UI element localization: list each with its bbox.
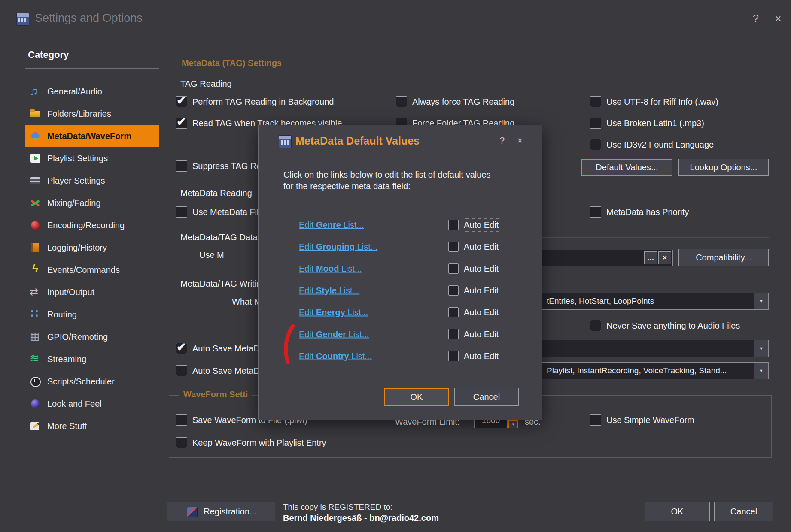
sidebar-item[interactable]: Events/Commands <box>25 259 159 281</box>
checkbox-label[interactable]: Auto Save MetaD <box>192 366 260 376</box>
edit-list-link[interactable]: Edit Energy List... <box>299 307 368 317</box>
checkbox[interactable] <box>176 365 187 376</box>
sidebar-item[interactable]: Routing <box>25 303 159 326</box>
auto-save-1-dropdown[interactable] <box>510 340 769 357</box>
sidebar-item[interactable]: Player Settings <box>25 169 159 192</box>
dialog-help-button[interactable]: ? <box>496 135 508 146</box>
dialog-cancel-button[interactable]: Cancel <box>454 388 519 406</box>
auto-save-2-checkbox-row[interactable]: Auto Save MetaD <box>176 360 260 381</box>
never-save-checkbox-row[interactable]: Never Save anything to Audio Files <box>590 315 740 336</box>
checkbox[interactable] <box>176 437 187 448</box>
checkbox-label[interactable]: Perform TAG Reading in Background <box>192 97 334 107</box>
auto-edit-checkbox[interactable] <box>448 263 459 274</box>
checkbox[interactable] <box>590 320 601 331</box>
edit-list-link[interactable]: Edit Gender List... <box>299 329 369 339</box>
metadata-priority-checkbox-row[interactable]: MetaData has Priority <box>590 201 689 223</box>
checkbox-row[interactable]: Use Broken Latin1 (.mp3) <box>590 112 718 134</box>
edit-list-link[interactable]: Edit Country List... <box>299 351 372 361</box>
spin-down-icon[interactable] <box>508 420 518 428</box>
auto-edit-checkbox[interactable] <box>448 285 459 296</box>
checkbox-label[interactable]: Use Simple WaveForm <box>606 415 694 425</box>
edit-list-link[interactable]: Edit Genre List... <box>299 220 364 230</box>
sidebar-item[interactable]: MetaData/WaveForm <box>25 125 159 147</box>
sidebar-item[interactable]: Playlist Settings <box>25 147 159 169</box>
browse-button[interactable]: … <box>644 251 657 264</box>
checkbox[interactable] <box>176 96 187 107</box>
auto-edit-checkbox[interactable] <box>448 307 459 317</box>
sidebar-item[interactable]: Logging/History <box>25 236 159 259</box>
sidebar-item[interactable]: Folders/Libraries <box>25 103 159 125</box>
use-metadata-file-checkbox-row[interactable]: Use MetaData Fil <box>176 201 259 223</box>
chevron-down-icon[interactable] <box>754 293 768 309</box>
lookup-options-button[interactable]: Lookup Options... <box>678 159 769 176</box>
checkbox[interactable] <box>590 414 601 426</box>
suppress-tag-checkbox-row[interactable]: Suppress TAG Re <box>176 155 261 177</box>
auto-edit-label[interactable]: Auto Edit <box>464 242 499 251</box>
keep-waveform-checkbox-row[interactable]: Keep WaveForm with Playlist Entry <box>176 432 326 453</box>
dialog-titlebar[interactable]: MetaData Default Values ? × <box>259 125 542 156</box>
checkbox-row[interactable]: Perform TAG Reading in Background <box>176 91 342 112</box>
auto-edit-label[interactable]: Auto Edit <box>464 285 499 295</box>
checkbox-label[interactable]: MetaData has Priority <box>606 207 689 217</box>
edit-list-link[interactable]: Edit Style List... <box>299 285 359 295</box>
sidebar-item[interactable]: Input/Output <box>25 281 159 303</box>
dialog-close-button[interactable]: × <box>514 135 526 146</box>
checkbox-label[interactable]: Use Broken Latin1 (.mp3) <box>606 118 704 128</box>
auto-edit-label[interactable]: Auto Edit <box>464 220 499 230</box>
checkbox-label[interactable]: Use UTF-8 for Riff Info (.wav) <box>606 97 718 107</box>
auto-edit-checkbox[interactable] <box>448 351 459 361</box>
auto-edit-label[interactable]: Auto Edit <box>464 351 499 361</box>
checkbox[interactable] <box>590 118 601 129</box>
close-button[interactable]: × <box>771 12 785 25</box>
sidebar-item[interactable]: Look and Feel <box>25 393 159 415</box>
checkbox[interactable] <box>176 343 187 354</box>
edit-list-link[interactable]: Edit Mood List... <box>299 263 362 273</box>
checkbox[interactable] <box>590 96 601 107</box>
checkbox[interactable] <box>176 160 187 172</box>
edit-list-link[interactable]: Edit Grouping List... <box>299 242 377 251</box>
checkbox[interactable] <box>176 414 187 426</box>
simple-waveform-checkbox-row[interactable]: Use Simple WaveForm <box>590 409 694 431</box>
write-fields-dropdown[interactable]: tEntries, HotStart, LoopPoints <box>510 293 769 310</box>
checkbox[interactable] <box>176 206 187 218</box>
checkbox[interactable] <box>590 139 601 150</box>
sidebar-item[interactable]: Streaming <box>25 348 159 370</box>
sidebar-item[interactable]: More Stuff <box>25 415 159 437</box>
checkbox-label[interactable]: Auto Save MetaD <box>192 344 260 354</box>
sidebar-item[interactable]: GPIO/Remoting <box>25 326 159 348</box>
auto-edit-checkbox[interactable] <box>448 242 459 252</box>
cancel-button[interactable]: Cancel <box>714 502 773 521</box>
auto-edit-checkbox[interactable] <box>448 329 459 339</box>
checkbox-row[interactable]: Always force TAG Reading <box>396 91 514 112</box>
checkbox-label[interactable]: Keep WaveForm with Playlist Entry <box>192 438 326 448</box>
chevron-down-icon[interactable] <box>754 363 768 379</box>
sidebar-item[interactable]: Scripts/Scheduler <box>25 370 159 393</box>
checkbox-label[interactable]: Suppress TAG Re <box>192 161 261 171</box>
checkbox-label[interactable]: Always force TAG Reading <box>412 97 514 107</box>
help-button[interactable]: ? <box>748 12 763 25</box>
auto-edit-label[interactable]: Auto Edit <box>464 263 499 273</box>
ok-button[interactable]: OK <box>645 502 710 521</box>
auto-save-1-checkbox-row[interactable]: Auto Save MetaD <box>176 338 260 359</box>
checkbox-label[interactable]: Never Save anything to Audio Files <box>606 321 740 331</box>
sidebar-item[interactable]: Encoding/Recording <box>25 214 159 236</box>
default-values-button[interactable]: Default Values... <box>581 159 672 176</box>
auto-edit-checkbox[interactable] <box>448 220 459 230</box>
checkbox-label[interactable]: Use MetaData Fil <box>192 207 259 217</box>
auto-edit-label[interactable]: Auto Edit <box>464 307 499 317</box>
clear-icon[interactable]: × <box>658 251 671 264</box>
checkbox[interactable] <box>396 96 407 107</box>
window-titlebar[interactable]: Settings and Options ? × <box>0 0 791 39</box>
compatibility-button[interactable]: Compatibility... <box>678 249 769 266</box>
checkbox-label[interactable]: Use ID3v2 Found Language <box>606 140 714 150</box>
checkbox[interactable] <box>176 118 187 129</box>
dialog-ok-button[interactable]: OK <box>384 388 449 406</box>
chevron-down-icon[interactable] <box>754 340 768 357</box>
checkbox[interactable] <box>590 206 601 218</box>
checkbox-row[interactable]: Use ID3v2 Found Language <box>590 134 718 155</box>
sidebar-item[interactable]: Mixing/Fading <box>25 192 159 214</box>
registration-button[interactable]: Registration... <box>167 502 275 521</box>
auto-save-2-dropdown[interactable]: Playlist, InstantRecording, VoiceTrackin… <box>510 362 769 379</box>
sidebar-item[interactable]: General/Audio <box>25 80 159 103</box>
checkbox-row[interactable]: Use UTF-8 for Riff Info (.wav) <box>590 91 718 112</box>
